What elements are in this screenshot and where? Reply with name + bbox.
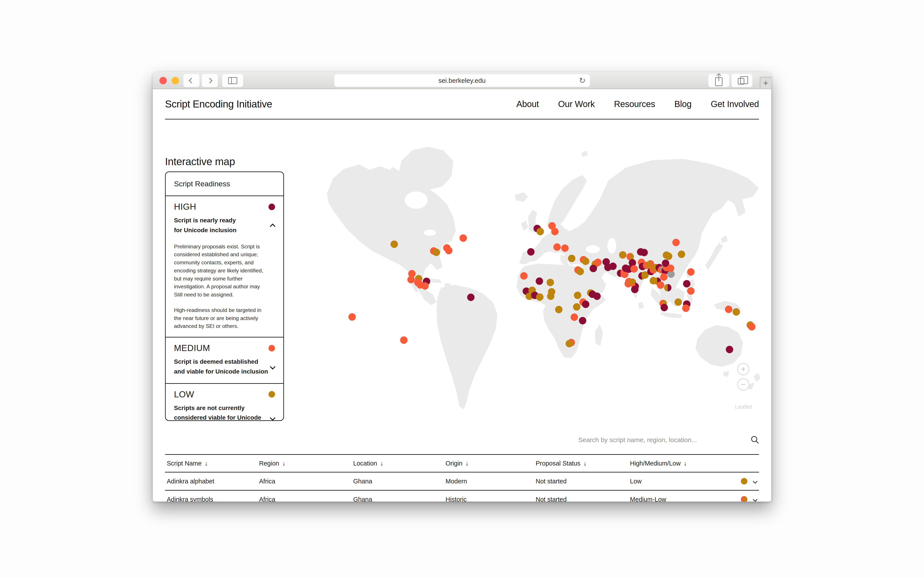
share-button[interactable]: [708, 74, 729, 87]
map-marker-high[interactable]: [604, 264, 612, 271]
browser-toolbar: sei.berkeley.edu ↻ +: [153, 72, 771, 89]
map-marker-low[interactable]: [663, 252, 670, 259]
map-marker-medium[interactable]: [630, 265, 638, 273]
map-marker-low-high[interactable]: [664, 284, 672, 291]
map-marker-medium[interactable]: [594, 259, 602, 266]
table-row[interactable]: Adinkra symbolsAfricaGhanaHistoricNot st…: [165, 490, 759, 502]
map-marker-low[interactable]: [566, 340, 573, 347]
map-marker-low[interactable]: [576, 268, 584, 275]
map-marker-low[interactable]: [433, 248, 440, 256]
map-marker-medium[interactable]: [520, 272, 528, 279]
new-tab-button[interactable]: +: [760, 77, 771, 89]
address-bar[interactable]: sei.berkeley.edu ↻: [334, 74, 590, 87]
map-marker-medium[interactable]: [748, 323, 756, 331]
sort-arrow-icon[interactable]: ↓: [465, 460, 469, 467]
map-marker-low[interactable]: [733, 308, 740, 316]
close-window-button[interactable]: [159, 77, 167, 84]
sort-arrow-icon[interactable]: ↓: [584, 460, 587, 467]
chevron-down-icon[interactable]: [753, 479, 757, 484]
map-marker-medium[interactable]: [400, 336, 408, 344]
map-marker-medium[interactable]: [460, 234, 467, 242]
map-marker-medium[interactable]: [725, 305, 732, 313]
map-marker-high[interactable]: [593, 292, 601, 300]
nav-link-resources[interactable]: Resources: [614, 99, 655, 109]
chevron-down-icon[interactable]: [753, 497, 757, 502]
leaflet-attribution[interactable]: Leaflet: [735, 403, 752, 410]
map-marker-medium[interactable]: [445, 247, 453, 254]
back-button[interactable]: [183, 74, 199, 87]
tab-overview-button[interactable]: [731, 74, 752, 87]
legend-section-high: HIGHScript is nearly readyfor Unicode in…: [166, 195, 283, 337]
sort-arrow-icon[interactable]: ↓: [282, 460, 285, 467]
map-marker-high[interactable]: [726, 346, 733, 353]
chevron-down-icon[interactable]: [270, 415, 275, 421]
column-header-origin[interactable]: Origin↓: [444, 460, 534, 467]
map-marker-medium[interactable]: [571, 313, 578, 321]
map-marker-high[interactable]: [467, 294, 474, 301]
map-marker-medium[interactable]: [660, 273, 668, 281]
map-marker-medium[interactable]: [672, 239, 680, 246]
map-marker-medium[interactable]: [407, 276, 415, 283]
map-marker-low[interactable]: [537, 228, 544, 235]
map-marker-high-medium[interactable]: [617, 270, 624, 277]
map-marker-low[interactable]: [678, 250, 685, 258]
map-zoom-out-button[interactable]: −: [737, 378, 749, 391]
map-marker-high[interactable]: [590, 265, 597, 272]
world-map[interactable]: + − Leaflet: [317, 135, 771, 426]
map-marker-medium[interactable]: [667, 265, 674, 272]
search-input[interactable]: [578, 436, 744, 444]
map-marker-medium[interactable]: [687, 287, 694, 295]
nav-link-get-involved[interactable]: Get Involved: [711, 99, 759, 109]
column-header-script-name[interactable]: Script Name↓: [165, 460, 257, 467]
map-marker-low[interactable]: [573, 303, 581, 311]
map-marker-low[interactable]: [675, 299, 682, 306]
map-marker-high[interactable]: [536, 278, 543, 285]
nav-link-our-work[interactable]: Our Work: [558, 99, 595, 109]
sort-arrow-icon[interactable]: ↓: [205, 460, 208, 467]
column-header-region[interactable]: Region↓: [257, 460, 351, 467]
map-marker-high[interactable]: [582, 300, 589, 308]
chevron-down-icon[interactable]: [270, 364, 275, 369]
map-marker-low[interactable]: [390, 240, 398, 248]
column-header-proposal-status[interactable]: Proposal Status↓: [534, 460, 628, 467]
map-marker-low[interactable]: [548, 288, 555, 295]
map-marker-low[interactable]: [619, 251, 626, 259]
map-zoom-in-button[interactable]: +: [737, 363, 749, 375]
column-header-location[interactable]: Location↓: [351, 460, 444, 467]
map-marker-medium[interactable]: [421, 282, 429, 290]
map-marker-high[interactable]: [631, 286, 639, 293]
sort-arrow-icon[interactable]: ↓: [684, 460, 687, 467]
medium-legend-dot: [269, 345, 275, 351]
search-icon[interactable]: [750, 435, 760, 445]
map-marker-low[interactable]: [536, 293, 544, 301]
map-marker-medium[interactable]: [348, 313, 356, 321]
minimize-window-button[interactable]: [172, 77, 179, 84]
map-marker-medium[interactable]: [553, 244, 561, 251]
map-marker-low[interactable]: [574, 292, 581, 299]
map-marker-high[interactable]: [641, 249, 648, 256]
sort-arrow-icon[interactable]: ↓: [380, 460, 384, 467]
site-title[interactable]: Script Encoding Initiative: [165, 98, 272, 110]
sidebar-toggle-button[interactable]: [222, 74, 243, 87]
map-marker-high[interactable]: [683, 280, 691, 287]
map-marker-medium[interactable]: [687, 268, 694, 276]
map-marker-low[interactable]: [547, 279, 554, 286]
forward-button[interactable]: [202, 74, 218, 87]
map-marker-high[interactable]: [660, 304, 668, 311]
map-marker-high[interactable]: [579, 317, 586, 325]
column-header-high-medium-low[interactable]: High/Medium/Low↓: [628, 460, 759, 467]
map-marker-medium[interactable]: [561, 244, 569, 252]
map-marker-high[interactable]: [527, 248, 535, 256]
table-row[interactable]: Adinkra alphabetAfricaGhanaModernNot sta…: [165, 472, 759, 490]
map-marker-low[interactable]: [568, 255, 575, 262]
map-marker-low[interactable]: [555, 306, 563, 313]
reload-icon[interactable]: ↻: [579, 76, 586, 85]
map-marker-medium[interactable]: [551, 228, 558, 235]
map-marker-medium[interactable]: [657, 281, 664, 289]
nav-link-about[interactable]: About: [516, 99, 539, 109]
chevron-up-icon[interactable]: [270, 224, 275, 229]
map-marker-medium[interactable]: [682, 305, 689, 312]
map-marker-low[interactable]: [582, 258, 589, 265]
cell-location: Ghana: [351, 496, 444, 502]
nav-link-blog[interactable]: Blog: [674, 99, 691, 109]
